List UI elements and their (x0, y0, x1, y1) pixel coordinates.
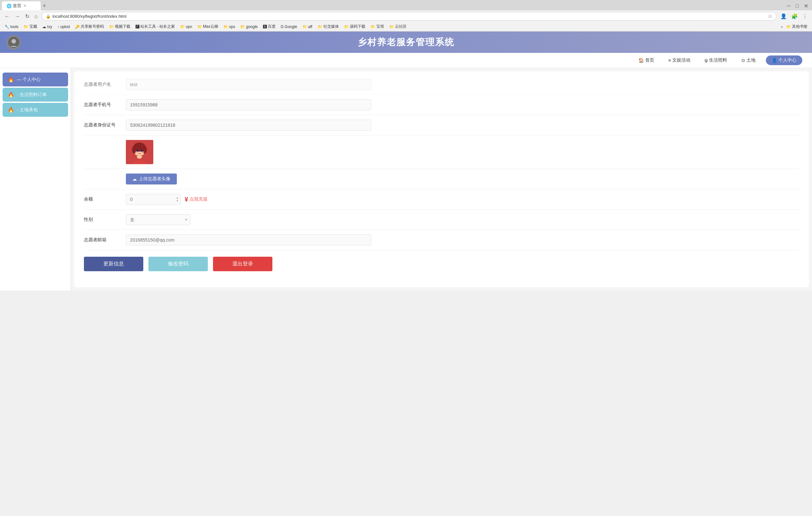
bookmark-aff[interactable]: 📁 aff (300, 24, 314, 30)
bookmark-yunshequ[interactable]: 📁 云社区 (387, 23, 409, 30)
balance-spinners: ▲ ▼ (176, 196, 179, 203)
address-bar[interactable]: 🔒 ☆ (41, 12, 777, 21)
bookmarks-bar: 🔧 tools 📁 宝藏 ☁ txy ↑ uplod 🔑 共享账号密码 📁 视频… (0, 22, 812, 31)
bookmark-baozang[interactable]: 📁 宝藏 (22, 23, 39, 30)
url-input[interactable] (53, 14, 766, 19)
browser-chrome: 🌐 首页 ✕ + ─ □ ✕ ← → ↻ ⌂ 🔒 ☆ 👤 🧩 ⋮ 🔧 (0, 0, 812, 32)
home-nav-label: 首页 (645, 57, 654, 63)
bookmark-source[interactable]: 📁 源码下载 (342, 23, 367, 30)
phone-label: 志愿者手机号 (84, 101, 126, 108)
home-button[interactable]: ⌂ (33, 13, 39, 20)
bookmark-uplod[interactable]: ↑ uplod (56, 24, 71, 30)
form-area: 志愿者用户名 志愿者手机号 志愿者身份证号 (74, 71, 809, 287)
sidebar-item-personal[interactable]: 🔥 — 个人中心 (3, 72, 68, 86)
bookmark-vpn[interactable]: 📁 vpn (178, 24, 194, 30)
other-bookmarks[interactable]: 📁 其他书签 (784, 23, 809, 30)
more-bookmarks-button[interactable]: » (781, 25, 783, 29)
svg-point-10 (135, 152, 138, 153)
form-row-balance: 余额 ▲ ▼ ¥ 点我充值 (84, 189, 799, 210)
menu-button[interactable]: ⋮ (801, 12, 809, 20)
bookmark-star-icon[interactable]: ☆ (768, 13, 772, 19)
app-nav: 🏠 首页 ≡ 文娱活动 ψ 生活照料 ⊙ 土地 👤 个人中心 (0, 53, 812, 68)
svg-point-13 (137, 155, 142, 159)
balance-input[interactable] (126, 194, 181, 205)
email-input[interactable] (126, 235, 371, 245)
form-row-idcard: 志愿者身份证号 (84, 115, 799, 135)
forward-button[interactable]: → (13, 13, 21, 20)
sidebar-item-care-label: - 生活照料订单 (17, 92, 47, 98)
form-row-phone: 志愿者手机号 (84, 95, 799, 115)
security-icon: 🔒 (46, 14, 51, 19)
balance-increment-button[interactable]: ▲ (176, 196, 179, 199)
gender-label: 性别 (84, 216, 126, 223)
svg-point-1 (11, 39, 16, 43)
tab-favicon: 🌐 (6, 4, 11, 8)
logout-button[interactable]: 退出登录 (213, 257, 272, 271)
sidebar-item-land-contract[interactable]: 🔥 - 土地承包 (3, 103, 68, 117)
form-row-gender: 性别 女 男 (84, 210, 799, 230)
upload-cloud-icon: ☁ (132, 176, 137, 182)
bookmark-social[interactable]: 📁 社交媒体 (316, 23, 341, 30)
new-tab-button[interactable]: + (42, 3, 46, 9)
bookmark-sitetool[interactable]: 🅿 站长工具 - 站长之家 (134, 23, 177, 30)
back-button[interactable]: ← (3, 13, 11, 20)
nav-personal-center[interactable]: 👤 个人中心 (766, 56, 802, 65)
home-nav-icon: 🏠 (638, 58, 644, 63)
personal-nav-label: 个人中心 (778, 57, 796, 63)
refresh-button[interactable]: ↻ (24, 12, 31, 20)
idcard-input[interactable] (126, 120, 371, 131)
sidebar: 🔥 — 个人中心 🔥 - 生活照料订单 🔥 - 土地承包 (0, 68, 71, 291)
bookmark-tools[interactable]: 🔧 tools (3, 24, 20, 30)
change-password-button[interactable]: 修改密码 (148, 257, 208, 271)
bookmark-maxti[interactable]: 📁 Max云梯 (195, 23, 220, 30)
gender-select-wrap: 女 男 (126, 214, 191, 225)
username-label: 志愿者用户名 (84, 81, 126, 88)
bookmark-password[interactable]: 🔑 共享账号密码 (73, 23, 106, 30)
bookmark-baidu[interactable]: 🅱 百度 (261, 23, 278, 30)
address-bar-row: ← → ↻ ⌂ 🔒 ☆ 👤 🧩 ⋮ (0, 10, 812, 22)
bookmark-baota[interactable]: 📁 宝塔 (369, 23, 386, 30)
action-row: 更新信息 修改密码 退出登录 (84, 250, 799, 278)
charge-link[interactable]: ¥ 点我充值 (184, 196, 207, 203)
app-header: 乡村养老服务管理系统 (0, 32, 812, 53)
nav-entertainment[interactable]: ≡ 文娱活动 (665, 56, 694, 65)
care-nav-label: 生活照料 (709, 57, 727, 63)
nav-home[interactable]: 🏠 首页 (635, 56, 658, 65)
maximize-button[interactable]: □ (793, 2, 801, 9)
extension-button[interactable]: 🧩 (790, 12, 799, 20)
balance-decrement-button[interactable]: ▼ (176, 200, 179, 203)
minimize-button[interactable]: ─ (785, 2, 792, 9)
username-input[interactable] (126, 79, 371, 90)
sidebar-item-personal-label: — 个人中心 (17, 77, 41, 83)
update-info-button[interactable]: 更新信息 (84, 257, 143, 271)
svg-point-8 (137, 150, 139, 152)
profile-button[interactable]: 👤 (779, 12, 788, 20)
form-row-email: 志愿者邮箱 (84, 230, 799, 250)
upload-btn-label: 上传志愿者头像 (139, 176, 170, 182)
bookmark-video[interactable]: 📁 视频下载 (107, 23, 132, 30)
sidebar-item-land-label: - 土地承包 (17, 107, 38, 113)
tab-close-button[interactable]: ✕ (23, 4, 26, 8)
close-window-button[interactable]: ✕ (802, 2, 810, 10)
bookmark-google2[interactable]: G Google (279, 24, 299, 30)
entertainment-nav-icon: ≡ (668, 58, 671, 63)
form-row-username: 志愿者用户名 (84, 74, 799, 95)
phone-input[interactable] (126, 99, 371, 110)
bookmark-txy[interactable]: ☁ txy (40, 24, 54, 30)
care-order-icon: 🔥 (8, 92, 14, 98)
balance-label: 余额 (84, 196, 126, 203)
balance-row: ▲ ▼ ¥ 点我充值 (126, 194, 207, 205)
nav-land[interactable]: ⊙ 土地 (737, 56, 759, 65)
nav-care[interactable]: ψ 生活照料 (701, 56, 731, 65)
bookmark-vps[interactable]: 📁 vps (222, 24, 237, 30)
upload-avatar-button[interactable]: ☁ 上传志愿者头像 (126, 174, 177, 184)
svg-point-11 (142, 152, 144, 153)
sidebar-item-care-order[interactable]: 🔥 - 生活照料订单 (3, 88, 68, 101)
charge-label: 点我充值 (190, 196, 207, 202)
bookmark-google[interactable]: 📁 google (238, 24, 259, 30)
svg-point-9 (141, 150, 143, 152)
gender-select[interactable]: 女 男 (126, 214, 191, 225)
entertainment-nav-label: 文娱活动 (672, 57, 690, 63)
care-nav-icon: ψ (704, 58, 708, 63)
browser-tab[interactable]: 🌐 首页 ✕ (2, 1, 41, 10)
